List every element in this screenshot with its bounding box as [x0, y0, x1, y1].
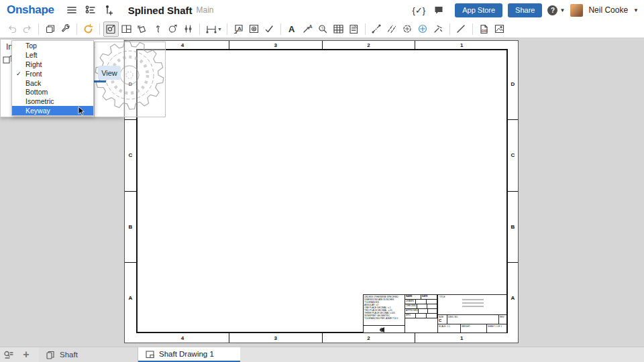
sheet-border-frame	[136, 49, 508, 333]
bom-icon[interactable]	[346, 21, 362, 37]
drawing-sheet[interactable]: 4321 4321 DCBA DCBA UNLESS OTHERWISE SPE…	[124, 40, 519, 343]
drawing-toolbar: ▼ A A A ? DXF	[0, 20, 644, 38]
dimension-caret[interactable]: ▼	[217, 27, 222, 32]
feedback-icon[interactable]: {✓}	[413, 5, 426, 15]
view-option-top[interactable]: Top	[12, 41, 93, 50]
center-target-icon[interactable]	[415, 21, 431, 37]
element-tab-bar: + Shaft Shaft Drawing 1	[0, 347, 644, 362]
copy-icon[interactable]	[42, 21, 58, 37]
note-icon[interactable]: A	[231, 21, 246, 37]
zone-label: B	[508, 191, 518, 262]
versions-icon[interactable]	[83, 3, 99, 17]
zone-label: 2	[322, 41, 415, 49]
zone-label: 4	[136, 333, 229, 343]
dimension-icon[interactable]	[203, 21, 219, 37]
user-caret-icon[interactable]: ▼	[633, 7, 639, 13]
workspace-name[interactable]: Main	[196, 5, 213, 15]
leader-icon[interactable]: A	[300, 21, 315, 37]
document-menu-icon[interactable]	[64, 3, 80, 17]
parallel-line-icon[interactable]	[384, 21, 400, 37]
user-avatar[interactable]	[570, 4, 583, 17]
projection-symbol	[364, 325, 405, 333]
zone-label: B	[125, 191, 136, 262]
zone-label: A	[508, 262, 518, 333]
title-block[interactable]: UNLESS OTHERWISE SPECIFIED:DIMENSIONS AR…	[363, 294, 506, 333]
insert-view-icon[interactable]	[103, 21, 119, 37]
zone-label: D	[508, 49, 518, 119]
drawing-icon	[145, 349, 155, 359]
sheet-panes-icon[interactable]	[119, 21, 134, 37]
center-mark-icon[interactable]	[400, 21, 415, 37]
undo-icon[interactable]	[4, 21, 19, 37]
tab-shaft[interactable]: Shaft	[39, 347, 138, 362]
insert-image-icon[interactable]	[492, 21, 507, 37]
svg-text:A: A	[237, 25, 241, 31]
view-orientation-dropdown[interactable]: TopLeftRight✓FrontBackBottomIsometricKey…	[11, 40, 94, 116]
onshape-logo[interactable]: Onshape	[7, 3, 54, 17]
svg-text:A: A	[309, 24, 312, 29]
zone-strip-top: 4321	[136, 41, 508, 49]
tab-view[interactable]: View	[98, 66, 121, 80]
title-label: TITLE	[439, 296, 445, 298]
tab-shaft-drawing-1[interactable]: Shaft Drawing 1	[138, 347, 240, 362]
top-bar: Onshape Splined Shaft Main {✓} App Store…	[0, 0, 644, 20]
tolerance-notes: UNLESS OTHERWISE SPECIFIED:DIMENSIONS AR…	[364, 295, 405, 325]
view-option-isometric[interactable]: Isometric	[12, 97, 93, 106]
checkmark-icon[interactable]	[262, 21, 277, 37]
redo-icon[interactable]	[19, 21, 35, 37]
line-icon[interactable]	[453, 21, 469, 37]
text-icon[interactable]: A	[284, 21, 300, 37]
tab-label: Shaft Drawing 1	[159, 350, 214, 358]
view-option-left[interactable]: Left	[12, 50, 93, 60]
svg-text:A: A	[288, 24, 295, 34]
trim-icon[interactable]	[431, 21, 446, 37]
help-caret-icon: ▼	[559, 7, 565, 13]
view-option-bottom[interactable]: Bottom	[12, 87, 93, 97]
broken-view-icon[interactable]	[180, 21, 196, 37]
svg-text:?: ?	[321, 26, 324, 31]
zone-strip-right: DCBA	[508, 49, 518, 333]
tab-label: Shaft	[60, 351, 78, 359]
auxiliary-view-icon[interactable]	[134, 21, 150, 37]
title-area: TITLE SIZE C DWG. NO. REV SCALE: 1:1 WEI…	[437, 295, 507, 333]
part-studio-icon	[46, 350, 56, 360]
document-title: Splined Shaft	[128, 5, 193, 16]
tab-manager-icon[interactable]	[0, 347, 17, 362]
view-option-back[interactable]: Back	[12, 78, 93, 88]
export-dxf-icon[interactable]: DXF	[476, 21, 492, 37]
table-icon[interactable]	[331, 21, 346, 37]
view-option-right[interactable]: Right	[12, 60, 93, 69]
zone-label: 2	[322, 333, 415, 343]
inspect-icon[interactable]: ?	[315, 21, 331, 37]
active-tab-underline	[94, 80, 106, 82]
zone-label: 3	[229, 333, 322, 343]
comment-icon[interactable]	[431, 3, 447, 17]
zone-strip-bottom: 4321	[136, 333, 508, 343]
approval-grid: NAME DATE DRAWNCHECKEDAPPROVEDMFG	[405, 295, 437, 333]
zone-label: C	[125, 119, 136, 190]
check-icon: ✓	[16, 70, 21, 77]
user-name[interactable]: Neil Cooke	[588, 5, 628, 15]
app-store-button[interactable]: App Store	[455, 3, 502, 17]
zone-label: C	[508, 119, 518, 190]
view-option-keyway[interactable]: Keyway	[12, 106, 93, 115]
zone-label: 3	[229, 41, 322, 49]
view-option-front[interactable]: ✓Front	[12, 69, 93, 78]
zone-label: 1	[415, 41, 508, 49]
properties-wrench-icon[interactable]	[58, 21, 73, 37]
insert-elements-icon[interactable]	[101, 3, 117, 17]
zone-label: 1	[415, 333, 508, 343]
svg-text:DXF: DXF	[482, 29, 488, 32]
update-sync-icon[interactable]	[80, 21, 96, 37]
centerline-icon[interactable]	[369, 21, 384, 37]
help-menu[interactable]: ? ▼	[547, 5, 565, 15]
zone-label: A	[125, 262, 136, 333]
section-view-icon[interactable]	[150, 21, 165, 37]
help-icon[interactable]: ?	[547, 5, 557, 15]
drawing-canvas[interactable]: 4321 4321 DCBA DCBA UNLESS OTHERWISE SPE…	[0, 38, 644, 347]
balloon-icon[interactable]	[246, 21, 262, 37]
share-button[interactable]: Share	[508, 3, 542, 17]
detail-view-icon[interactable]	[165, 21, 180, 37]
add-tab-icon[interactable]: +	[17, 347, 35, 362]
